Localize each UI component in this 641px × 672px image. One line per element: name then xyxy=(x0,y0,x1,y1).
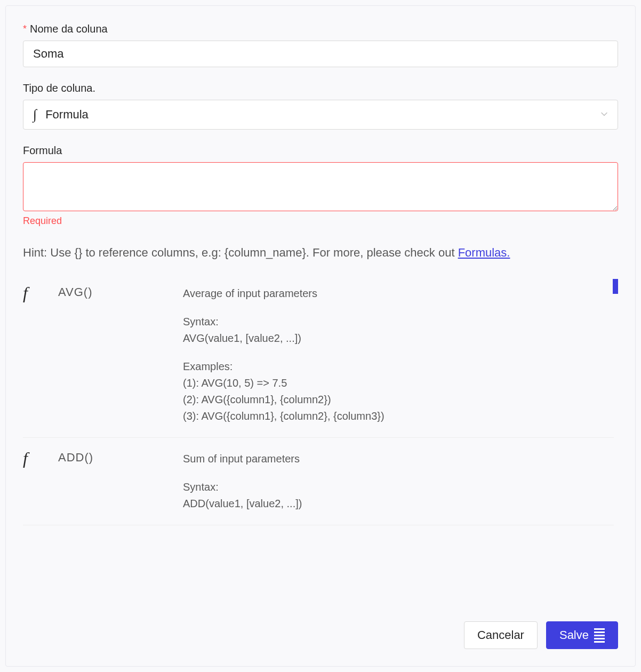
column-name-input[interactable] xyxy=(23,41,618,67)
formula-error: Required xyxy=(23,215,618,227)
example-2: (2): AVG({column1}, {column2}) xyxy=(183,391,384,408)
function-description: Average of input parameters Syntax: AVG(… xyxy=(183,285,384,425)
column-edit-panel: * Nome da coluna Tipo de coluna. ∫ Formu… xyxy=(5,5,636,667)
save-icon xyxy=(594,628,605,643)
column-type-label: Tipo de coluna. xyxy=(23,82,618,94)
cancel-label: Cancelar xyxy=(477,628,524,642)
function-name: ADD() xyxy=(58,451,93,465)
column-type-label-text: Tipo de coluna. xyxy=(23,82,95,94)
save-label: Salve xyxy=(559,628,589,642)
example-1: (1): AVG(10, 5) => 7.5 xyxy=(183,375,384,391)
column-type-select-wrap: ∫ Formula xyxy=(23,100,618,130)
cancel-button[interactable]: Cancelar xyxy=(464,621,538,649)
column-name-group: * Nome da coluna xyxy=(23,23,618,67)
column-type-select[interactable]: ∫ Formula xyxy=(23,100,618,130)
formula-group: Formula Required xyxy=(23,145,618,227)
formula-icon: ∫ xyxy=(33,107,37,123)
function-name: AVG() xyxy=(58,285,92,299)
chevron-down-icon xyxy=(600,108,608,122)
column-type-group: Tipo de coluna. ∫ Formula xyxy=(23,82,618,130)
footer-actions: Cancelar Salve xyxy=(23,607,618,649)
formula-label-text: Formula xyxy=(23,145,62,157)
hint-text: Hint: Use {} to reference columns, e.g: … xyxy=(23,246,458,259)
function-desc-text: Average of input parameters xyxy=(183,285,384,302)
save-button[interactable]: Salve xyxy=(546,621,618,649)
function-item-avg[interactable]: f AVG() Average of input parameters Synt… xyxy=(23,279,614,438)
function-description: Sum of input parameters Syntax: ADD(valu… xyxy=(183,451,302,512)
required-asterisk: * xyxy=(23,23,27,35)
column-type-selected: Formula xyxy=(45,108,89,122)
syntax-label: Syntax: xyxy=(183,314,384,330)
example-3: (3): AVG({column1}, {column2}, {column3}… xyxy=(183,408,384,425)
formula-label: Formula xyxy=(23,145,618,157)
function-list-wrap: f AVG() Average of input parameters Synt… xyxy=(23,279,618,607)
formula-input[interactable] xyxy=(23,162,618,211)
syntax-text: ADD(value1, [value2, ...]) xyxy=(183,495,302,512)
function-icon: f xyxy=(23,284,39,301)
column-name-label: * Nome da coluna xyxy=(23,23,618,35)
function-list[interactable]: f AVG() Average of input parameters Synt… xyxy=(23,279,618,607)
function-item-add[interactable]: f ADD() Sum of input parameters Syntax: … xyxy=(23,438,614,525)
syntax-label: Syntax: xyxy=(183,479,302,495)
function-desc-text: Sum of input parameters xyxy=(183,451,302,467)
formulas-link[interactable]: Formulas. xyxy=(458,246,510,259)
column-name-label-text: Nome da coluna xyxy=(30,23,108,35)
function-icon: f xyxy=(23,450,39,467)
syntax-text: AVG(value1, [value2, ...]) xyxy=(183,330,384,347)
examples-label: Examples: xyxy=(183,358,384,375)
formula-hint: Hint: Use {} to reference columns, e.g: … xyxy=(23,242,618,264)
